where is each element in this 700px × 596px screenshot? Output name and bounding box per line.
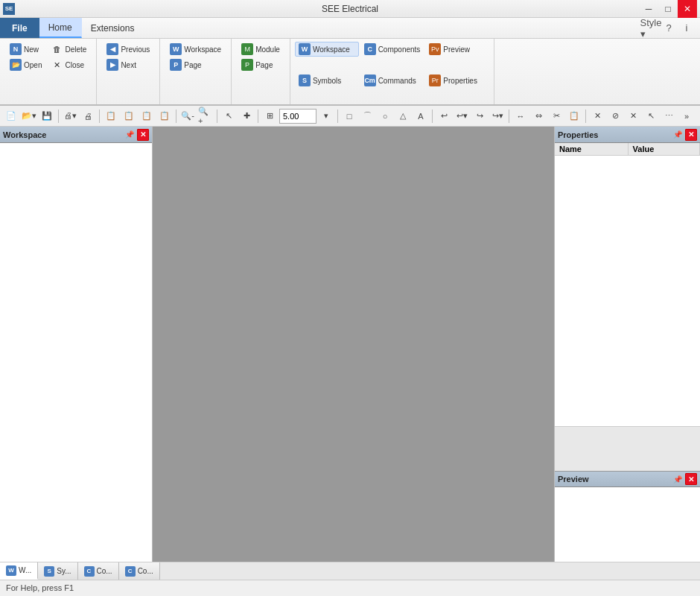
ribbon-workspace-button[interactable]: W Workspace <box>166 42 225 57</box>
ribbon-group-navigate: ◀ Previous ▶ Next <box>97 39 160 104</box>
toolbar-redo-dropdown[interactable]: ↪▾ <box>489 108 506 124</box>
help-icon[interactable]: ? <box>661 21 676 36</box>
toolbar-expand[interactable]: » <box>678 108 695 124</box>
toolbar-snap-btn[interactable]: ⊞ <box>261 108 278 124</box>
workspace-header-controls: 📌 ✕ <box>124 129 149 141</box>
ribbon-view-components-button[interactable]: C Components <box>360 42 424 57</box>
canvas-page[interactable] <box>153 127 554 562</box>
title-bar-left: SE <box>3 3 15 15</box>
ribbon-view-content: W Workspace C Components Pv Preview S Sy… <box>295 42 489 103</box>
minimize-button[interactable]: ─ <box>639 0 658 18</box>
toolbar-break[interactable]: ⊘ <box>607 108 623 124</box>
workspace-ribbon-label: Workspace <box>184 45 221 54</box>
info-icon[interactable]: i <box>679 21 694 36</box>
toolbar-open-dropdown[interactable]: 📂▾ <box>21 108 37 124</box>
close-button[interactable]: ✕ <box>678 0 697 18</box>
toolbar-btn6[interactable]: 📋 <box>156 108 173 124</box>
properties-panel: Properties 📌 ✕ Name Value Preview <box>554 127 700 562</box>
ribbon-open-button[interactable]: 📂 Open <box>6 57 45 72</box>
toolbar-zoom-dropdown[interactable]: ▾ <box>318 108 334 124</box>
toolbar-rect[interactable]: □ <box>341 108 357 124</box>
toolbar-snap[interactable]: ⋯ <box>661 108 677 124</box>
menu-item-extensions[interactable]: Extensions <box>82 18 144 38</box>
ribbon-delete-button[interactable]: 🗑 Delete <box>47 42 90 57</box>
props-col-value: Value <box>628 143 699 156</box>
zoom-value-input[interactable]: 5.00 <box>279 109 316 124</box>
ribbon-view-preview-button[interactable]: Pv Preview <box>425 42 489 57</box>
ribbon-next-button[interactable]: ▶ Next <box>103 57 153 72</box>
toolbar-print-dropdown[interactable]: 🖨▾ <box>62 108 78 124</box>
ribbon-module-button[interactable]: M Module <box>238 42 284 57</box>
ribbon-page2-button[interactable]: P Page <box>238 57 284 72</box>
ribbon-close-button[interactable]: ✕ Close <box>47 57 90 72</box>
previous-label: Previous <box>121 45 150 54</box>
toolbar-cursor[interactable]: ↖ <box>643 108 659 124</box>
maximize-button[interactable]: □ <box>658 0 678 18</box>
toolbar-zoom-in[interactable]: 🔍+ <box>197 108 214 124</box>
ribbon-view-workspace-button[interactable]: W Workspace <box>295 42 359 57</box>
toolbar-delete-btn[interactable]: ✕ <box>589 108 605 124</box>
properties-pin-button[interactable]: 📌 <box>672 129 684 141</box>
menu-item-home[interactable]: Home <box>39 18 82 38</box>
toolbar-move[interactable]: ↔ <box>512 108 529 124</box>
toolbar-zoom-out[interactable]: 🔍- <box>179 108 196 124</box>
title-bar-controls[interactable]: ─ □ ✕ <box>639 0 697 18</box>
toolbar-cut[interactable]: ✂ <box>548 108 564 124</box>
bottom-tab-commands[interactable]: C Co... <box>78 562 119 580</box>
toolbar-sep7 <box>432 110 433 123</box>
properties-preview-area <box>555 426 700 471</box>
toolbar-text[interactable]: A <box>413 108 429 124</box>
module-icon: M <box>241 43 253 55</box>
toolbar-btn5[interactable]: 📋 <box>139 108 155 124</box>
toolbar-sep3 <box>176 110 176 123</box>
toolbar-sep6 <box>337 110 338 123</box>
properties-close-button[interactable]: ✕ <box>685 129 697 141</box>
bottom-tab-workspace-icon: W <box>6 565 16 576</box>
toolbar-btn4[interactable]: 📋 <box>121 108 137 124</box>
toolbar-arc[interactable]: ⌒ <box>359 108 375 124</box>
page-label: Page <box>184 61 201 69</box>
toolbar-sep8 <box>509 110 509 123</box>
toolbar-copy[interactable]: ⇔ <box>530 108 547 124</box>
workspace-close-button[interactable]: ✕ <box>137 129 149 141</box>
bottom-tab-commands-icon: C <box>84 566 95 577</box>
ribbon-previous-button[interactable]: ◀ Previous <box>103 42 153 57</box>
toolbar-sep9 <box>585 110 586 123</box>
workspace-pin-button[interactable]: 📌 <box>124 129 136 141</box>
canvas-area[interactable] <box>153 127 554 562</box>
page-icon: P <box>170 59 182 71</box>
toolbar-sep2 <box>99 110 100 123</box>
preview-pin-button[interactable]: 📌 <box>672 473 684 485</box>
bottom-tab-commands-label: Co... <box>97 567 112 575</box>
ribbon-new-button[interactable]: N New <box>6 42 45 57</box>
style-dropdown[interactable]: Style ▾ <box>643 21 658 36</box>
file-menu-button[interactable]: File <box>0 18 39 38</box>
toolbar-new-btn[interactable]: 📄 <box>3 108 19 124</box>
ribbon-view-commands-button[interactable]: Cm Commands <box>360 73 424 88</box>
toolbar-poly[interactable]: △ <box>395 108 411 124</box>
workspace-content <box>0 143 152 562</box>
toolbar-select[interactable]: ↖ <box>220 108 237 124</box>
toolbar-undo[interactable]: ↩ <box>436 108 452 124</box>
preview-close-button[interactable]: ✕ <box>685 473 697 485</box>
toolbar-print-btn[interactable]: 🖨 <box>80 108 96 124</box>
toolbar-btn7[interactable]: ✚ <box>238 108 255 124</box>
view-preview-label: Preview <box>443 45 470 54</box>
ribbon-page-button[interactable]: P Page <box>166 57 225 72</box>
toolbar-paste[interactable]: 📋 <box>566 108 582 124</box>
view-workspace-label: Workspace <box>313 45 350 54</box>
bottom-tab-components[interactable]: C Co... <box>119 562 160 580</box>
ribbon-view-symbols-button[interactable]: S Symbols <box>295 73 359 88</box>
open-label: Open <box>24 61 42 69</box>
toolbar-redo[interactable]: ↪ <box>471 108 488 124</box>
toolbar-circle[interactable]: ○ <box>377 108 393 124</box>
toolbar-more1[interactable]: ✕ <box>625 108 641 124</box>
properties-table-body <box>555 156 700 426</box>
toolbar-save-btn[interactable]: 💾 <box>39 108 55 124</box>
bottom-tab-workspace[interactable]: W W... <box>0 562 38 580</box>
ribbon-view-properties-button[interactable]: Pr Properties <box>425 73 489 88</box>
toolbar-btn3[interactable]: 📋 <box>103 108 119 124</box>
view-components-icon: C <box>364 43 376 55</box>
bottom-tab-symbols[interactable]: S Sy... <box>38 562 77 580</box>
toolbar-undo-dropdown[interactable]: ↩▾ <box>454 108 470 124</box>
